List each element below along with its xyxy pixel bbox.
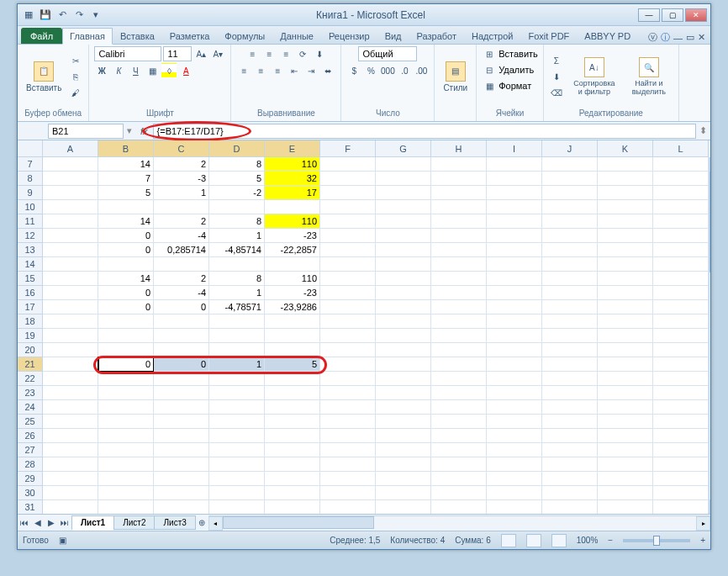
- window-min-icon[interactable]: —: [673, 33, 683, 43]
- row-header-27[interactable]: 27: [18, 443, 43, 457]
- orientation-icon[interactable]: ⟳: [295, 46, 310, 61]
- cell-F30[interactable]: [320, 486, 376, 500]
- row-header-13[interactable]: 13: [18, 243, 43, 257]
- cell-D24[interactable]: [209, 400, 265, 415]
- cell-C16[interactable]: -4: [154, 286, 209, 300]
- cell-E15[interactable]: 110: [265, 272, 320, 286]
- cell-H28[interactable]: [431, 457, 487, 472]
- cell-I19[interactable]: [487, 329, 542, 343]
- cell-K24[interactable]: [598, 400, 653, 415]
- cell-I20[interactable]: [487, 343, 542, 357]
- cell-C20[interactable]: [154, 343, 209, 357]
- dec-decimal-icon[interactable]: .00: [414, 63, 429, 78]
- formula-input[interactable]: {=B17:E17/D17}: [153, 124, 696, 139]
- cell-K23[interactable]: [598, 386, 653, 400]
- cell-C28[interactable]: [154, 457, 209, 472]
- cell-C22[interactable]: [154, 372, 209, 386]
- col-header-I[interactable]: I: [487, 140, 542, 157]
- styles-button[interactable]: ▤ Стили: [440, 60, 471, 94]
- cell-E31[interactable]: [265, 500, 320, 514]
- cell-F15[interactable]: [320, 272, 376, 286]
- indent-inc-icon[interactable]: ⇥: [303, 63, 319, 78]
- row-header-25[interactable]: 25: [18, 415, 43, 429]
- cell-H10[interactable]: [431, 200, 487, 214]
- redo-icon[interactable]: ↷: [71, 8, 87, 23]
- cell-J12[interactable]: [542, 229, 598, 243]
- sheet-nav-last-icon[interactable]: ⏭: [58, 516, 71, 530]
- find-select-button[interactable]: 🔍 Найти и выделить: [625, 55, 673, 98]
- cell-F27[interactable]: [320, 443, 376, 457]
- cell-F9[interactable]: [320, 186, 376, 200]
- cell-C11[interactable]: 2: [154, 214, 209, 229]
- cell-J10[interactable]: [542, 200, 598, 214]
- cell-J22[interactable]: [542, 372, 598, 386]
- cell-D13[interactable]: -4,85714: [209, 243, 265, 257]
- grow-font-icon[interactable]: A▴: [193, 46, 208, 61]
- close-button[interactable]: ✕: [685, 8, 707, 22]
- horizontal-scrollbar[interactable]: ◂ ▸: [208, 515, 710, 530]
- cell-B29[interactable]: [98, 472, 154, 486]
- cell-F21[interactable]: [320, 357, 376, 372]
- cell-J30[interactable]: [542, 486, 598, 500]
- tab-addins[interactable]: Надстрой: [464, 28, 520, 44]
- cell-C9[interactable]: 1: [154, 186, 209, 200]
- tab-abbyy[interactable]: ABBYY PD: [577, 28, 638, 44]
- cell-F13[interactable]: [320, 243, 376, 257]
- col-header-H[interactable]: H: [431, 140, 487, 157]
- new-sheet-icon[interactable]: ⊕: [195, 516, 208, 530]
- format-painter-icon[interactable]: 🖌: [68, 85, 83, 100]
- cell-C25[interactable]: [154, 415, 209, 429]
- cell-F19[interactable]: [320, 329, 376, 343]
- fill-icon[interactable]: ⬇: [549, 69, 564, 84]
- align-middle-icon[interactable]: ≡: [261, 46, 277, 61]
- qat-dropdown-icon[interactable]: ▾: [88, 8, 103, 23]
- cell-D19[interactable]: [209, 329, 265, 343]
- row-header-20[interactable]: 20: [18, 343, 43, 357]
- cell-B10[interactable]: [98, 200, 154, 214]
- cell-D7[interactable]: 8: [209, 157, 265, 172]
- cell-H27[interactable]: [431, 443, 487, 457]
- cell-E14[interactable]: [265, 257, 320, 272]
- cell-A28[interactable]: [43, 457, 98, 472]
- cell-I25[interactable]: [487, 415, 542, 429]
- cell-C27[interactable]: [154, 443, 209, 457]
- cell-G9[interactable]: [376, 186, 431, 200]
- cell-L31[interactable]: [653, 500, 709, 514]
- cell-B22[interactable]: [98, 372, 154, 386]
- cell-G18[interactable]: [376, 314, 431, 329]
- cell-I16[interactable]: [487, 286, 542, 300]
- cell-J28[interactable]: [542, 457, 598, 472]
- undo-icon[interactable]: ↶: [55, 8, 70, 23]
- cell-K18[interactable]: [598, 314, 653, 329]
- cell-F23[interactable]: [320, 386, 376, 400]
- fill-color-icon[interactable]: ◊: [161, 63, 177, 78]
- cell-I15[interactable]: [487, 272, 542, 286]
- font-size-combo[interactable]: 11: [163, 46, 192, 61]
- cell-L13[interactable]: [653, 243, 709, 257]
- cell-A19[interactable]: [43, 329, 98, 343]
- cell-B13[interactable]: 0: [98, 243, 154, 257]
- row-header-26[interactable]: 26: [18, 429, 43, 443]
- cell-C12[interactable]: -4: [154, 229, 209, 243]
- cell-K29[interactable]: [598, 472, 653, 486]
- cell-E29[interactable]: [265, 472, 320, 486]
- cell-J27[interactable]: [542, 443, 598, 457]
- cell-G23[interactable]: [376, 386, 431, 400]
- name-box[interactable]: B21: [48, 124, 124, 139]
- cell-B16[interactable]: 0: [98, 286, 154, 300]
- cell-F10[interactable]: [320, 200, 376, 214]
- cell-D15[interactable]: 8: [209, 272, 265, 286]
- cell-A22[interactable]: [43, 372, 98, 386]
- row-header-19[interactable]: 19: [18, 329, 43, 343]
- cell-E7[interactable]: 110: [265, 157, 320, 172]
- tab-insert[interactable]: Вставка: [113, 28, 162, 44]
- cell-G30[interactable]: [376, 486, 431, 500]
- cell-D22[interactable]: [209, 372, 265, 386]
- cell-L25[interactable]: [653, 415, 709, 429]
- cell-H31[interactable]: [431, 500, 487, 514]
- row-header-18[interactable]: 18: [18, 314, 43, 329]
- cell-I10[interactable]: [487, 200, 542, 214]
- row-header-24[interactable]: 24: [18, 400, 43, 415]
- wrap-text-icon[interactable]: ⬇: [312, 46, 327, 61]
- cell-K16[interactable]: [598, 286, 653, 300]
